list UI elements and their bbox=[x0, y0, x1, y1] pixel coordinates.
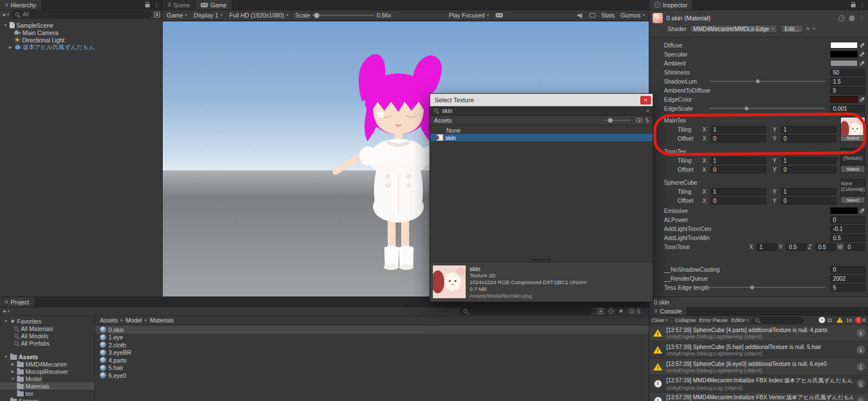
eye-icon[interactable] bbox=[636, 118, 643, 123]
eyedropper-icon[interactable] bbox=[859, 51, 865, 58]
number-field[interactable]: 0 bbox=[830, 216, 865, 224]
hierarchy-item-main-camera[interactable]: Main Camera bbox=[0, 29, 162, 36]
tab-scene[interactable]: # Scene bbox=[163, 0, 196, 10]
thumbnail-zoom-slider[interactable] bbox=[605, 120, 631, 121]
toontex-texture-slot[interactable]: None (Texture) Select bbox=[840, 148, 865, 173]
zoom-slider-thumb[interactable] bbox=[608, 118, 613, 123]
search-by-type-icon[interactable] bbox=[598, 308, 604, 314]
tab-project[interactable]: ≡ Project bbox=[0, 297, 35, 307]
maintex-texture-slot[interactable]: Select bbox=[840, 117, 865, 142]
spherecube-texture-slot[interactable]: None (Cubemap) Select bbox=[840, 179, 865, 204]
shader-dropdown[interactable]: MMD4Mecanim/MMDLit-Edge ▾ bbox=[690, 25, 777, 33]
display-dropdown[interactable]: Display 1▾ bbox=[194, 12, 223, 19]
scene-row[interactable]: ▼ SampleScene bbox=[0, 21, 162, 29]
number-field[interactable]: 1.5 bbox=[830, 78, 865, 85]
folder-mocopireceiver[interactable]: ▶MocopiReceiver bbox=[0, 368, 94, 375]
scale-slider-track[interactable] bbox=[312, 15, 374, 16]
offset-x-field[interactable]: 0 bbox=[710, 166, 766, 173]
dialog-assets-tab[interactable]: Assets bbox=[434, 117, 452, 124]
number-field[interactable]: 0.5 bbox=[830, 234, 865, 242]
folder-model[interactable]: ▼Model bbox=[0, 375, 94, 382]
breadcrumb-materials[interactable]: Materials bbox=[150, 317, 174, 324]
tiling-y-field[interactable]: 1 bbox=[781, 126, 837, 133]
view-mode-dropdown[interactable]: Game▾ bbox=[167, 12, 187, 19]
offset-y-field[interactable]: 0 bbox=[781, 197, 837, 204]
lock-icon[interactable] bbox=[145, 4, 150, 7]
console-search-input[interactable] bbox=[752, 317, 804, 324]
texture-option-skin[interactable]: skin bbox=[430, 134, 653, 141]
add-object-button[interactable]: +▾ bbox=[2, 11, 9, 18]
asset-0-skin[interactable]: 0.skin bbox=[96, 326, 649, 334]
preview-splitter-handle[interactable] bbox=[430, 257, 653, 262]
chevron-down-icon[interactable]: ▾ bbox=[813, 27, 815, 31]
hidden-packages-toggle[interactable]: 5 bbox=[628, 308, 640, 315]
folder-scenes[interactable]: Scenes bbox=[0, 397, 94, 401]
editor-dropdown[interactable]: Editor▾ bbox=[731, 317, 748, 323]
scene-picker-icon[interactable] bbox=[154, 12, 160, 18]
tab-console[interactable]: ≡ Console bbox=[649, 307, 687, 315]
tiling-x-field[interactable]: 1 bbox=[710, 126, 766, 133]
tiling-x-field[interactable]: 1 bbox=[710, 188, 766, 195]
scale-slider[interactable]: Scale 0.56x bbox=[295, 12, 391, 19]
hierarchy-item-directional-light[interactable]: Directional Light bbox=[0, 36, 162, 43]
clear-search-icon[interactable]: × bbox=[646, 108, 649, 114]
select-texture-button[interactable]: Select bbox=[841, 166, 865, 172]
number-field[interactable]: 2002 bbox=[830, 275, 865, 282]
error-pause-toggle[interactable]: Error Pause bbox=[699, 317, 728, 323]
asset-1-eye[interactable]: 1.eye bbox=[96, 334, 649, 342]
vector-x-field[interactable]: 1 bbox=[757, 243, 777, 251]
close-icon[interactable]: × bbox=[640, 96, 651, 104]
number-field[interactable]: 5 bbox=[830, 284, 865, 291]
project-search-input[interactable] bbox=[459, 308, 593, 315]
eyedropper-icon[interactable] bbox=[859, 97, 865, 103]
tiling-x-field[interactable]: 1 bbox=[710, 157, 766, 164]
controller-icon[interactable] bbox=[496, 13, 503, 18]
eyedropper-icon[interactable] bbox=[859, 208, 865, 214]
tab-game[interactable]: Game bbox=[196, 0, 232, 10]
asset-4-parts[interactable]: 4.parts bbox=[96, 356, 649, 364]
tab-hierarchy[interactable]: ≡ Hierarchy bbox=[0, 0, 42, 10]
assets-root-row[interactable]: ▼ Assets bbox=[0, 353, 94, 360]
scale-slider-thumb[interactable] bbox=[314, 13, 319, 18]
number-field[interactable]: 5 bbox=[830, 87, 865, 94]
hierarchy-item-prefab[interactable]: ▶ 坂本アヒル氏風ずんだもん bbox=[0, 43, 162, 51]
slider-track[interactable] bbox=[709, 81, 826, 82]
hierarchy-search-input[interactable]: All bbox=[11, 11, 152, 18]
console-entry[interactable]: [13:57:39] SphereCube [5.hair] additiona… bbox=[649, 342, 868, 359]
kebab-menu-icon[interactable]: ⋮ bbox=[860, 308, 865, 314]
foldout-closed-icon[interactable]: ▶ bbox=[10, 369, 15, 374]
offset-y-field[interactable]: 0 bbox=[781, 135, 837, 142]
folder-mmd4mecanim[interactable]: ▶MMD4Mecanim bbox=[0, 360, 94, 368]
color-swatch[interactable] bbox=[830, 42, 858, 49]
favorite-all-models[interactable]: All Models bbox=[0, 332, 94, 339]
add-asset-button[interactable]: +▾ bbox=[3, 308, 10, 315]
lock-icon[interactable] bbox=[851, 4, 856, 7]
number-field[interactable]: 50 bbox=[830, 69, 865, 76]
vector-w-field[interactable]: 0 bbox=[845, 243, 865, 251]
console-entry[interactable]: [13:57:39] SphereCube [6.eye0] additiona… bbox=[649, 359, 868, 376]
foldout-closed-icon[interactable]: ▶ bbox=[10, 362, 15, 367]
slider-track[interactable] bbox=[709, 287, 826, 288]
clear-button[interactable]: Clear▾ bbox=[652, 317, 667, 323]
tab-inspector[interactable]: Inspector bbox=[649, 0, 693, 10]
offset-x-field[interactable]: 0 bbox=[710, 197, 766, 204]
slider-thumb[interactable] bbox=[750, 285, 754, 290]
resolution-dropdown[interactable]: Full HD (1920x1080)▾ bbox=[229, 12, 288, 19]
dialog-titlebar[interactable]: Select Texture × bbox=[430, 94, 653, 106]
color-swatch[interactable] bbox=[830, 207, 858, 214]
log-count-toggle[interactable]: 11 bbox=[818, 316, 832, 324]
foldout-open-icon[interactable]: ▼ bbox=[3, 23, 8, 27]
console-entry[interactable]: [13:57:39] MMD4Mecanim:Initialize FBX In… bbox=[649, 376, 868, 393]
warning-count-toggle[interactable]: 16 bbox=[835, 316, 852, 324]
vector-y-field[interactable]: 0.5 bbox=[786, 243, 806, 251]
asset-6-eye0[interactable]: 6.eye0 bbox=[96, 372, 649, 380]
texture-option-none[interactable]: None bbox=[430, 127, 653, 134]
search-by-label-icon[interactable] bbox=[608, 308, 614, 314]
help-icon[interactable] bbox=[839, 15, 845, 21]
foldout-open-icon[interactable]: ▼ bbox=[3, 355, 8, 359]
folder-tex[interactable]: tex bbox=[0, 390, 94, 397]
kebab-menu-icon[interactable]: ⋮ bbox=[154, 2, 159, 8]
number-field[interactable]: 0.001 bbox=[830, 105, 865, 112]
foldout-open-icon[interactable]: ▼ bbox=[10, 377, 15, 381]
kebab-menu-icon[interactable]: ⋮ bbox=[859, 15, 865, 21]
